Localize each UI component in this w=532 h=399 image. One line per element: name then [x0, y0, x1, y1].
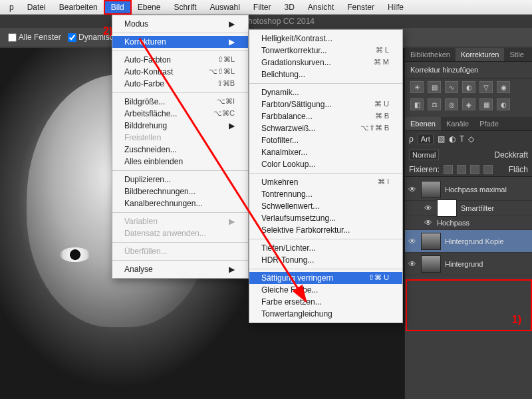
menu-item[interactable]: Tontrennung...: [249, 188, 402, 200]
menu-item[interactable]: Kanalberechnungen...: [112, 198, 248, 209]
menu-item[interactable]: Color Lookup...: [249, 158, 402, 170]
lock-transparency-icon[interactable]: [444, 165, 453, 174]
annotation-1: 1): [512, 314, 521, 326]
menu-item[interactable]: Farbton/Sättigung...⌘ U: [249, 98, 402, 110]
panel-tab[interactable]: Kanäle: [441, 117, 474, 130]
all-windows-checkbox[interactable]: Alle Fenster: [8, 33, 61, 42]
layers-list: 👁Hochpass maximal👁Smartfilter👁Hochpass👁H…: [405, 177, 532, 277]
lock-pixels-icon[interactable]: [457, 165, 466, 174]
layer-name: Hintergrund: [445, 260, 483, 268]
menu-item[interactable]: Korrekturen▶: [112, 36, 248, 48]
menu-ebene[interactable]: Ebene: [131, 1, 168, 14]
menu-item[interactable]: Belichtung...: [249, 68, 402, 80]
menu-item[interactable]: Farbe ersetzen...: [249, 296, 402, 308]
visibility-icon[interactable]: 👁: [424, 203, 433, 213]
menu-datei[interactable]: Datei: [21, 1, 53, 14]
layer-row[interactable]: 👁Hintergrund Kopie: [405, 230, 532, 253]
menu-item[interactable]: Modus▶: [112, 18, 248, 30]
menu-item[interactable]: Bildgröße...⌥⌘I: [112, 96, 248, 108]
levels-icon[interactable]: ▤: [428, 81, 441, 93]
lock-all-icon[interactable]: [483, 165, 493, 174]
curves-icon[interactable]: ∿: [445, 81, 458, 93]
layer-row[interactable]: 👁Smartfilter: [405, 201, 532, 215]
panel-tabs-layers: EbenenKanälePfade: [405, 117, 532, 131]
blend-opacity-row: Normal Deckkraft: [405, 147, 532, 163]
filter-pixel-icon[interactable]: ▧: [438, 134, 445, 144]
panel-tab[interactable]: Stile: [504, 48, 529, 61]
menu-3d[interactable]: 3D: [278, 1, 301, 14]
mixer-icon[interactable]: ◈: [462, 98, 475, 110]
menu-filter[interactable]: Filter: [247, 1, 278, 14]
blend-mode-select[interactable]: Normal: [409, 150, 439, 160]
adjustment-icons-row-2: ◧ ⚖ ◎ ◈ ▦ ◐: [405, 96, 532, 113]
panel-tab[interactable]: Ebenen: [405, 117, 441, 130]
hue-icon[interactable]: ◉: [497, 81, 510, 93]
menu-item[interactable]: Helligkeit/Kontrast...: [249, 33, 402, 45]
visibility-icon[interactable]: 👁: [424, 218, 433, 227]
menu-item[interactable]: Kanalmixer...: [249, 146, 402, 158]
menu-p[interactable]: p: [3, 1, 21, 14]
add-correction-label: Korrektur hinzufügen: [405, 62, 532, 78]
balance-icon[interactable]: ⚖: [428, 98, 441, 110]
menu-item[interactable]: Schwarzweiß...⌥⇧⌘ B: [249, 122, 402, 134]
menu-schrift[interactable]: Schrift: [167, 1, 203, 14]
lock-position-icon[interactable]: [470, 165, 479, 174]
menu-item[interactable]: HDR-Tonung...: [249, 254, 402, 266]
menu-item[interactable]: Auto-Farbton⇧⌘L: [112, 54, 248, 66]
menu-hilfe[interactable]: Hilfe: [381, 1, 410, 14]
panel-tab[interactable]: Bibliotheken: [405, 48, 456, 61]
panel-tab[interactable]: Korrekturen: [456, 48, 504, 61]
lookup-icon[interactable]: ▦: [479, 98, 493, 110]
menu-item[interactable]: Fotofilter...: [249, 134, 402, 146]
exposure-icon[interactable]: ◐: [462, 81, 475, 93]
vibrance-icon[interactable]: ▽: [479, 81, 493, 93]
layer-row[interactable]: 👁Hochpass maximal: [405, 178, 532, 201]
menu-item[interactable]: Verlaufsumsetzung...: [249, 212, 402, 224]
brightness-icon[interactable]: ☀: [410, 81, 424, 93]
menu-bearbeiten[interactable]: Bearbeiten: [53, 1, 104, 14]
layer-name: Smartfilter: [461, 204, 494, 212]
menu-item[interactable]: Auto-Farbe⇧⌘B: [112, 78, 248, 90]
menu-item[interactable]: Bilddrehung▶: [112, 120, 248, 132]
menu-bild[interactable]: Bild: [104, 1, 131, 14]
menu-item[interactable]: Analyse▶: [112, 263, 248, 275]
layer-name: Hintergrund Kopie: [445, 237, 504, 245]
menu-item[interactable]: Auto-Kontrast⌥⇧⌘L: [112, 66, 248, 78]
menu-item[interactable]: Gradationskurven...⌘ M: [249, 57, 402, 68]
menu-item[interactable]: Dynamik...: [249, 86, 402, 98]
menu-item[interactable]: Tiefen/Lichter...: [249, 242, 402, 254]
menu-item[interactable]: Tonwertkorrektur...⌘ L: [249, 45, 402, 57]
fill-label: Fläch: [509, 165, 528, 174]
menu-item[interactable]: Farbbalance...⌘ B: [249, 110, 402, 122]
filter-type-icon[interactable]: T: [460, 134, 464, 144]
layer-thumbnail: [421, 255, 441, 273]
menubar: pDateiBearbeitenBildEbeneSchriftAuswahlF…: [0, 0, 532, 15]
menu-item[interactable]: Arbeitsfläche...⌥⌘C: [112, 108, 248, 120]
menu-item[interactable]: Sättigung verringern⇧⌘ U: [249, 272, 402, 284]
layer-row[interactable]: 👁Hintergrund: [405, 253, 532, 275]
menu-item[interactable]: Gleiche Farbe...: [249, 284, 402, 296]
menu-item[interactable]: Zuschneiden...: [112, 144, 248, 156]
menu-item[interactable]: Bildberechnungen...: [112, 186, 248, 198]
filter-adjust-icon[interactable]: ◐: [449, 134, 456, 144]
menu-item[interactable]: Alles einblenden: [112, 156, 248, 168]
menu-auswahl[interactable]: Auswahl: [203, 1, 246, 14]
layer-filter-kind[interactable]: Art: [418, 134, 434, 144]
panel-tab[interactable]: Pfade: [474, 117, 504, 130]
menu-item[interactable]: Duplizieren...: [112, 174, 248, 186]
invert-icon[interactable]: ◐: [497, 98, 510, 110]
visibility-icon[interactable]: 👁: [408, 185, 417, 194]
visibility-icon[interactable]: 👁: [408, 259, 417, 269]
layer-filter-row: ρArt ▧ ◐ T ◇: [405, 131, 532, 147]
menu-item[interactable]: Tonwertangleichung: [249, 308, 402, 320]
menu-ansicht[interactable]: Ansicht: [301, 1, 340, 14]
filter-shape-icon[interactable]: ◇: [468, 134, 474, 144]
menu-fenster[interactable]: Fenster: [340, 1, 381, 14]
photo-filter-icon[interactable]: ◎: [445, 98, 458, 110]
visibility-icon[interactable]: 👁: [408, 237, 417, 246]
bw-icon[interactable]: ◧: [410, 98, 424, 110]
menu-item[interactable]: Umkehren⌘ I: [249, 176, 402, 188]
menu-item[interactable]: Schwellenwert...: [249, 200, 402, 212]
menu-item[interactable]: Selektive Farbkorrektur...: [249, 224, 402, 236]
layer-row[interactable]: 👁Hochpass: [405, 215, 532, 230]
